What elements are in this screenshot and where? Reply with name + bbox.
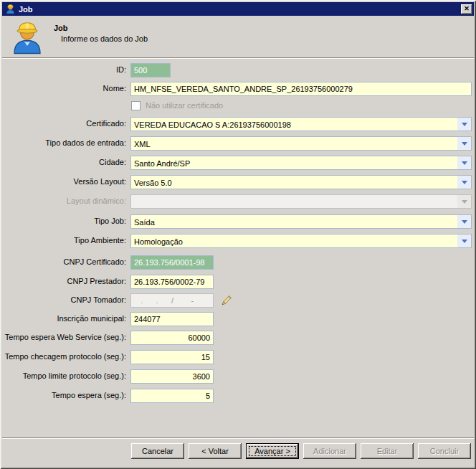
row-nome: Nome: [0, 82, 476, 96]
layout-dinamico-select [130, 194, 472, 209]
tempo-espera-ws-input[interactable] [130, 331, 214, 345]
cidade-value: Santo André/SP [131, 156, 457, 169]
header-divider [2, 57, 474, 59]
chevron-down-icon[interactable] [457, 118, 471, 131]
row-tipo-job: Tipo Job: Saída [0, 214, 476, 229]
tempo-espera-input[interactable] [130, 389, 214, 403]
layout-dinamico-value [131, 195, 457, 208]
inscricao-municipal-input[interactable] [130, 312, 214, 326]
versao-layout-label: Versão Layout: [0, 177, 126, 186]
chevron-down-icon[interactable] [457, 137, 471, 150]
tipo-dados-entrada-label: Tipo dados de entrada: [0, 138, 126, 147]
chevron-down-icon[interactable] [457, 176, 471, 189]
tipo-ambiente-label: Tipo Ambiente: [0, 236, 126, 245]
tempo-checagem-label: Tempo checagem protocolo (seg.): [0, 352, 126, 361]
chevron-down-icon[interactable] [457, 215, 471, 228]
edit-pencil-icon[interactable] [219, 294, 233, 308]
avancar-button[interactable]: Avançar > [246, 443, 299, 459]
row-inscricao-municipal: Inscrição municipal: [0, 312, 476, 326]
job-dialog: Job ✕ Job Informe os dados do Job ID: 50… [0, 0, 476, 469]
cnpj-certificado-field: 26.193.756/0001-98 [130, 255, 214, 270]
versao-layout-value: Versão 5.0 [131, 176, 457, 189]
cnpj-tomador-field: . . / - [130, 293, 214, 308]
row-versao-layout: Versão Layout: Versão 5.0 [0, 175, 476, 189]
layout-dinamico-label: Layout dinâmico: [0, 196, 126, 205]
versao-layout-select[interactable]: Versão 5.0 [130, 175, 472, 189]
cnpj-prestador-label: CNPJ Prestador: [0, 277, 126, 285]
footer-divider [2, 437, 474, 439]
wizard-header: Job Informe os dados do Job [2, 16, 474, 57]
cancelar-button[interactable]: Cancelar [131, 443, 184, 459]
tipo-dados-entrada-select[interactable]: XML [130, 136, 472, 151]
chevron-down-icon [457, 195, 471, 208]
nome-input[interactable] [130, 82, 472, 96]
tempo-limite-input[interactable] [130, 369, 214, 384]
tipo-job-label: Tipo Job: [0, 217, 126, 225]
row-tipo-ambiente: Tipo Ambiente: Homologação [0, 234, 476, 248]
nome-label: Nome: [0, 84, 126, 93]
row-tipo-dados-entrada: Tipo dados de entrada: XML [0, 136, 476, 151]
tempo-espera-label: Tempo espera (seg.): [0, 391, 126, 399]
worker-icon-large [10, 19, 44, 55]
cnpj-certificado-label: CNPJ Certificado: [0, 257, 126, 266]
concluir-button: Concluir [418, 443, 471, 459]
row-certificado: Certificado: VEREDA EDUCACAO S A:2619375… [0, 117, 476, 131]
row-id: ID: 500 [0, 63, 476, 77]
cidade-select[interactable]: Santo André/SP [130, 156, 472, 170]
editar-button: Editar [361, 443, 414, 459]
row-cnpj-prestador: CNPJ Prestador: [0, 275, 476, 289]
certificado-value: VEREDA EDUCACAO S A:26193756000198 [131, 118, 457, 131]
tipo-ambiente-select[interactable]: Homologação [130, 234, 472, 248]
tipo-job-select[interactable]: Saída [130, 214, 472, 229]
worker-icon [5, 4, 16, 14]
cnpj-prestador-input[interactable] [130, 275, 214, 289]
chevron-down-icon[interactable] [457, 156, 471, 169]
id-label: ID: [0, 65, 126, 74]
cnpj-tomador-label: CNPJ Tomador: [0, 295, 126, 304]
tipo-ambiente-value: Homologação [131, 234, 457, 247]
chevron-down-icon[interactable] [457, 234, 471, 247]
row-cidade: Cidade: Santo André/SP [0, 156, 476, 170]
close-icon[interactable]: ✕ [461, 4, 472, 14]
window-title: Job [19, 5, 461, 14]
inscricao-municipal-label: Inscrição municipal: [0, 314, 126, 323]
row-tempo-espera: Tempo espera (seg.): [0, 389, 476, 403]
row-tempo-limite: Tempo limite protocolo (seg.): [0, 369, 476, 384]
nao-utilizar-certificado-checkbox [131, 101, 141, 110]
page-subtitle: Informe os dados do Job [61, 34, 148, 43]
cidade-label: Cidade: [0, 158, 126, 166]
row-tempo-checagem: Tempo checagem protocolo (seg.): [0, 350, 476, 364]
title-bar: Job ✕ [2, 2, 474, 16]
row-tempo-espera-ws: Tempo espera Web Service (seg.): [0, 331, 476, 345]
adicionar-button: Adicionar [303, 443, 356, 459]
certificado-label: Certificado: [0, 119, 126, 128]
voltar-button[interactable]: < Voltar [189, 443, 242, 459]
tipo-job-value: Saída [131, 215, 457, 228]
page-title: Job [54, 24, 68, 32]
tempo-limite-label: Tempo limite protocolo (seg.): [0, 371, 126, 380]
nao-utilizar-certificado-label: Não utilizar certificado [146, 101, 223, 110]
id-field: 500 [130, 63, 171, 77]
row-cnpj-tomador: CNPJ Tomador: . . / - [0, 293, 476, 308]
row-nao-utilizar-certificado: Não utilizar certificado [0, 100, 476, 111]
row-cnpj-certificado: CNPJ Certificado: 26.193.756/0001-98 [0, 255, 476, 270]
tempo-checagem-input[interactable] [130, 350, 214, 364]
tipo-dados-entrada-value: XML [131, 137, 457, 150]
row-layout-dinamico: Layout dinâmico: [0, 194, 476, 209]
tempo-espera-ws-label: Tempo espera Web Service (seg.): [0, 333, 126, 341]
certificado-select[interactable]: VEREDA EDUCACAO S A:26193756000198 [130, 117, 472, 131]
